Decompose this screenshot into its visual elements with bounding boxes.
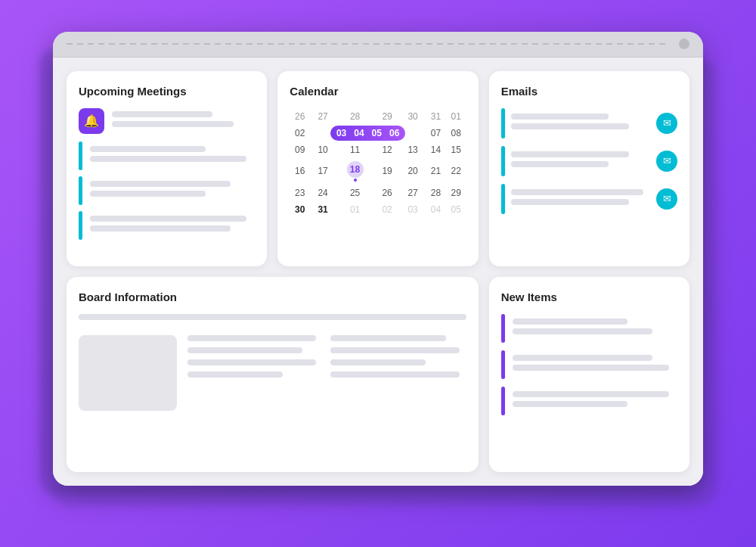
cal-day[interactable]: 09 <box>290 141 310 158</box>
cal-header: 27 <box>310 108 336 125</box>
cal-day[interactable]: 01 <box>336 201 374 218</box>
cal-day[interactable]: 08 <box>446 125 466 141</box>
email-icon[interactable]: ✉ <box>656 113 677 134</box>
cal-day[interactable]: 02 <box>290 125 310 141</box>
new-item <box>501 387 677 415</box>
meeting-text <box>90 216 255 235</box>
bar-line <box>511 161 609 167</box>
bar-line <box>513 319 628 325</box>
bar-line <box>511 151 630 157</box>
cal-day[interactable]: 24 <box>310 185 336 201</box>
email-item: ✉ <box>501 108 677 138</box>
bar-line <box>513 328 653 334</box>
board-col-2 <box>330 335 466 411</box>
cal-day[interactable]: 19 <box>374 158 400 185</box>
bar-line <box>187 335 316 341</box>
cal-day[interactable]: 03040506 <box>310 125 426 141</box>
email-item: ✉ <box>501 184 677 214</box>
new-items-card: New Items <box>489 277 689 472</box>
meetings-title: Upcoming Meetings <box>79 85 255 98</box>
email-item: ✉ <box>501 146 677 176</box>
cal-day[interactable]: 27 <box>400 185 426 201</box>
board-content <box>79 335 466 411</box>
bar-line <box>112 121 234 127</box>
bar-line <box>511 189 643 195</box>
bar-line <box>330 335 445 341</box>
bar-line <box>330 359 426 365</box>
bar-line <box>187 359 316 365</box>
calendar-row: 02 03040506 07 08 <box>290 125 466 141</box>
bar-line <box>513 401 628 407</box>
cal-day[interactable]: 07 <box>426 125 446 141</box>
cal-header: 31 <box>426 108 446 125</box>
board-top-bar <box>79 314 466 320</box>
bar-line <box>513 391 669 397</box>
cal-day[interactable]: 28 <box>426 185 446 201</box>
upcoming-meetings-card: Upcoming Meetings 🔔 <box>67 71 267 266</box>
email-icon[interactable]: ✉ <box>656 188 677 210</box>
bar-line <box>187 347 302 353</box>
cal-day[interactable]: 23 <box>290 185 310 201</box>
bar-line <box>90 191 206 197</box>
cal-header: 29 <box>374 108 400 125</box>
new-item-text <box>513 319 677 338</box>
cal-day[interactable]: 12 <box>374 141 400 158</box>
new-item <box>501 314 677 343</box>
bar-line <box>90 156 246 162</box>
cal-day[interactable]: 16 <box>290 158 310 185</box>
cal-day[interactable]: 18 <box>336 158 374 185</box>
bar-line <box>513 355 653 361</box>
meeting-first-text <box>112 111 255 131</box>
email-left-bar <box>501 184 505 214</box>
cal-day[interactable]: 05 <box>446 201 466 218</box>
new-items-title: New Items <box>501 291 677 303</box>
cal-day[interactable]: 14 <box>426 141 446 158</box>
cal-day[interactable]: 20 <box>400 158 426 185</box>
cal-day[interactable]: 04 <box>426 201 446 218</box>
calendar-row: 23 24 25 26 27 28 29 <box>290 185 466 201</box>
cal-day[interactable]: 26 <box>374 185 400 201</box>
cal-day[interactable]: 31 <box>310 201 336 218</box>
cal-day[interactable]: 22 <box>446 158 466 185</box>
email-text <box>511 113 650 133</box>
bar-line <box>112 111 212 117</box>
cal-day[interactable]: 17 <box>310 158 336 185</box>
email-text <box>511 189 650 209</box>
bar-line <box>330 371 459 378</box>
cal-day[interactable]: 25 <box>336 185 374 201</box>
board-title: Board Information <box>79 291 466 303</box>
bar-line <box>90 181 231 187</box>
calendar-row: 30 31 01 02 03 04 05 <box>290 201 466 218</box>
calendar-row: 09 10 11 12 13 14 15 <box>290 141 466 158</box>
bell-icon: 🔔 <box>79 108 104 134</box>
board-image <box>79 335 177 411</box>
calendar-header-row: 26 27 28 29 30 31 01 <box>290 108 466 125</box>
bar-line <box>511 113 609 120</box>
board-text-columns <box>187 335 466 411</box>
board-col-1 <box>187 335 323 411</box>
cal-day[interactable]: 30 <box>290 201 310 218</box>
bar-line <box>330 347 459 353</box>
cal-day[interactable]: 02 <box>374 201 400 218</box>
cal-day[interactable]: 29 <box>446 185 466 201</box>
calendar-grid: 26 27 28 29 30 31 01 02 <box>290 108 466 218</box>
cal-header: 30 <box>400 108 426 125</box>
cal-day[interactable]: 03 <box>400 201 426 218</box>
new-item-text <box>513 355 677 375</box>
new-item-bar <box>501 314 505 343</box>
cal-day[interactable]: 21 <box>426 158 446 185</box>
meeting-item <box>79 211 255 240</box>
email-icon[interactable]: ✉ <box>656 151 677 172</box>
cal-day[interactable]: 15 <box>446 141 466 158</box>
bar-line <box>90 216 246 222</box>
bar-line <box>513 365 669 371</box>
cal-day-today today[interactable]: 13 <box>400 141 426 158</box>
device-frame: Upcoming Meetings 🔔 <box>53 32 703 486</box>
bar-line <box>90 225 231 232</box>
bar-line <box>187 371 283 378</box>
meeting-first-item: 🔔 <box>79 108 255 134</box>
email-left-bar <box>501 108 505 138</box>
meeting-left-bar <box>79 141 82 170</box>
cal-day[interactable]: 10 <box>310 141 336 158</box>
cal-day[interactable]: 11 <box>336 141 374 158</box>
